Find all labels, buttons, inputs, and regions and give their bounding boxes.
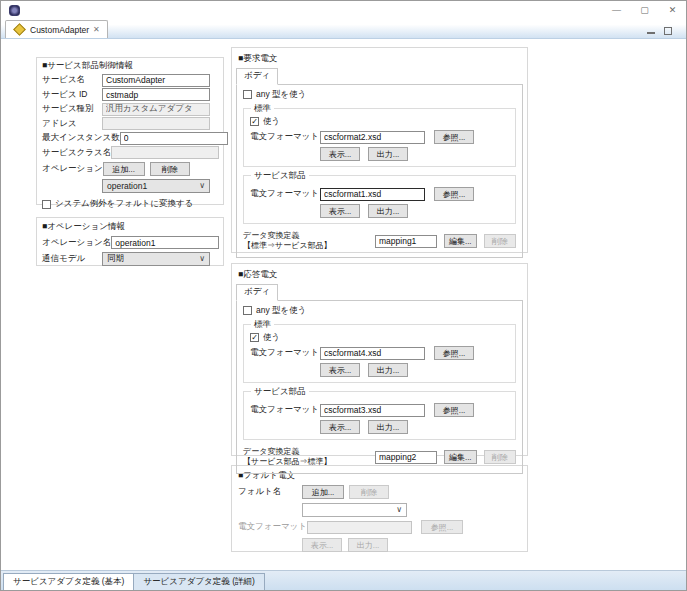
fault-format-label: 電文フォーマット xyxy=(238,521,307,533)
response-message-panel: ■応答電文 ボディ any 型を使う 標準 ✓ 使う 電文フォーマット 参照..… xyxy=(231,263,528,456)
checkbox-unchecked[interactable] xyxy=(42,200,51,209)
service-control-panel-title: ■サービス部品制御情報 xyxy=(42,60,218,72)
checkbox-unchecked[interactable] xyxy=(243,306,252,315)
window-close-icon[interactable]: ✕ xyxy=(667,6,678,15)
request-service-output-button[interactable]: 出力... xyxy=(368,204,408,218)
operation-select[interactable]: operation1 ∨ xyxy=(102,179,210,193)
request-standard-format-input[interactable] xyxy=(320,131,425,144)
operation-name-input[interactable] xyxy=(111,236,219,249)
response-service-show-button[interactable]: 表示... xyxy=(320,420,360,434)
service-name-label: サービス名 xyxy=(42,74,102,86)
fault-output-button: 出力... xyxy=(348,538,388,552)
response-standard-use-label: 使う xyxy=(263,332,280,344)
response-service-browse-button[interactable]: 参照... xyxy=(434,403,474,417)
response-standard-browse-button[interactable]: 参照... xyxy=(434,346,474,360)
service-name-row: サービス名 xyxy=(42,74,218,87)
response-mapping-input[interactable] xyxy=(375,451,437,464)
request-service-show-button[interactable]: 表示... xyxy=(320,204,360,218)
editor-tab-customadapter[interactable]: CustomAdapter ✕ xyxy=(5,20,108,38)
max-instances-label: 最大インスタンス数 xyxy=(42,132,120,144)
tab-service-adapter-detail[interactable]: サービスアダプタ定義 (詳細) xyxy=(134,573,264,590)
request-service-browse-button[interactable]: 参照... xyxy=(434,187,474,201)
response-standard-use-checkbox[interactable]: ✓ 使う xyxy=(250,332,509,343)
request-standard-use-checkbox[interactable]: ✓ 使う xyxy=(250,116,509,127)
adapter-icon xyxy=(13,23,26,36)
fault-name-select[interactable]: ∨ xyxy=(302,503,407,517)
request-mapping-input[interactable] xyxy=(375,235,437,248)
service-id-row: サービス ID xyxy=(42,88,218,101)
max-instances-row: 最大インスタンス数 xyxy=(42,132,218,145)
request-any-type-checkbox[interactable]: any 型を使う xyxy=(243,89,516,100)
response-any-type-label: any 型を使う xyxy=(256,305,306,317)
comm-model-value: 同期 xyxy=(107,253,124,265)
request-standard-group-label: 標準 xyxy=(251,103,274,115)
response-body-content: any 型を使う 標準 ✓ 使う 電文フォーマット 参照... 表示... 出力… xyxy=(236,300,523,474)
request-mapping-delete-button: 削除 xyxy=(484,234,517,248)
operation-row: オペレーション 追加... 削除 xyxy=(42,162,218,176)
request-mapping-edit-button[interactable]: 編集... xyxy=(444,234,477,248)
fault-delete-button: 削除 xyxy=(349,485,389,499)
service-id-input[interactable] xyxy=(102,88,210,101)
fault-show-button: 表示... xyxy=(302,538,342,552)
response-body-tab[interactable]: ボディ xyxy=(236,284,278,301)
operation-add-button[interactable]: 追加... xyxy=(103,162,145,176)
response-service-output-button[interactable]: 出力... xyxy=(368,420,408,434)
fault-format-input xyxy=(307,521,412,534)
convert-exception-checkbox[interactable]: システム例外をフォルトに変換する xyxy=(42,198,218,210)
request-body-tab[interactable]: ボディ xyxy=(236,68,278,85)
response-service-group-label: サービス部品 xyxy=(251,386,309,398)
window-maximize-icon[interactable]: ▢ xyxy=(639,6,650,15)
app-icon xyxy=(9,5,20,16)
request-standard-show-button[interactable]: 表示... xyxy=(320,147,360,161)
address-row: アドレス xyxy=(42,117,218,130)
chevron-down-icon: ∨ xyxy=(396,508,402,511)
service-type-row: サービス種別 xyxy=(42,103,218,116)
tab-close-icon[interactable]: ✕ xyxy=(93,25,100,34)
fault-add-button[interactable]: 追加... xyxy=(302,485,344,499)
response-standard-show-button[interactable]: 表示... xyxy=(320,363,360,377)
service-name-input[interactable] xyxy=(102,74,210,87)
response-mapping-edit-button[interactable]: 編集... xyxy=(444,450,477,464)
request-service-group-label: サービス部品 xyxy=(251,170,309,182)
fault-name-row: フォルト名 追加... 削除 xyxy=(238,485,521,499)
response-any-type-checkbox[interactable]: any 型を使う xyxy=(243,305,516,316)
operation-delete-button[interactable]: 削除 xyxy=(150,162,190,176)
chevron-down-icon: ∨ xyxy=(199,257,205,260)
minimize-view-icon[interactable] xyxy=(647,32,655,34)
response-mapping-label: データ変換定義 【サービス部品⇒標準】 xyxy=(243,447,375,467)
request-service-format-input[interactable] xyxy=(320,188,425,201)
response-mapping-delete-button: 削除 xyxy=(484,450,517,464)
response-standard-format-label: 電文フォーマット xyxy=(250,347,320,359)
max-instances-input[interactable] xyxy=(120,132,228,145)
comm-model-select[interactable]: 同期 ∨ xyxy=(102,252,210,266)
response-standard-group: 標準 ✓ 使う 電文フォーマット 参照... 表示... 出力... xyxy=(243,324,516,383)
request-mapping-label: データ変換定義 【標準⇒サービス部品】 xyxy=(243,231,375,251)
app-window: — ▢ ✕ CustomAdapter ✕ ■サービス部品制御情報 サービス名 … xyxy=(0,0,687,591)
checkbox-checked[interactable]: ✓ xyxy=(250,117,259,126)
editor-tab-bar: CustomAdapter ✕ xyxy=(1,20,686,39)
response-service-group: サービス部品 電文フォーマット 参照... 表示... 出力... xyxy=(243,391,516,440)
response-standard-output-button[interactable]: 出力... xyxy=(368,363,408,377)
fault-name-label: フォルト名 xyxy=(238,486,302,498)
request-standard-output-button[interactable]: 出力... xyxy=(368,147,408,161)
response-service-format-input[interactable] xyxy=(320,404,425,417)
maximize-view-icon[interactable] xyxy=(664,27,672,35)
service-class-label: サービスクラス名 xyxy=(42,147,111,159)
operation-select-value: operation1 xyxy=(107,181,147,191)
request-standard-browse-button[interactable]: 参照... xyxy=(434,130,474,144)
response-standard-format-input[interactable] xyxy=(320,347,425,360)
response-panel-title: ■応答電文 xyxy=(238,269,527,281)
operation-info-panel: ■オペレーション情報 オペレーション名 通信モデル 同期 ∨ xyxy=(36,217,224,266)
request-standard-format-label: 電文フォーマット xyxy=(250,131,320,143)
checkbox-checked[interactable]: ✓ xyxy=(250,333,259,342)
tab-service-adapter-basic[interactable]: サービスアダプタ定義 (基本) xyxy=(3,573,134,590)
fault-message-panel: ■フォルト電文 フォルト名 追加... 削除 ∨ 電文フォーマット 参照... … xyxy=(231,465,528,552)
service-id-label: サービス ID xyxy=(42,89,102,101)
request-panel-title: ■要求電文 xyxy=(238,53,527,65)
title-bar: — ▢ ✕ xyxy=(1,1,686,20)
response-mapping-row: データ変換定義 【サービス部品⇒標準】 編集... 削除 xyxy=(243,447,516,467)
request-message-panel: ■要求電文 ボディ any 型を使う 標準 ✓ 使う 電文フォーマット 参照..… xyxy=(231,47,528,253)
chevron-down-icon: ∨ xyxy=(199,184,205,187)
window-minimize-icon[interactable]: — xyxy=(611,6,622,15)
checkbox-unchecked[interactable] xyxy=(243,90,252,99)
